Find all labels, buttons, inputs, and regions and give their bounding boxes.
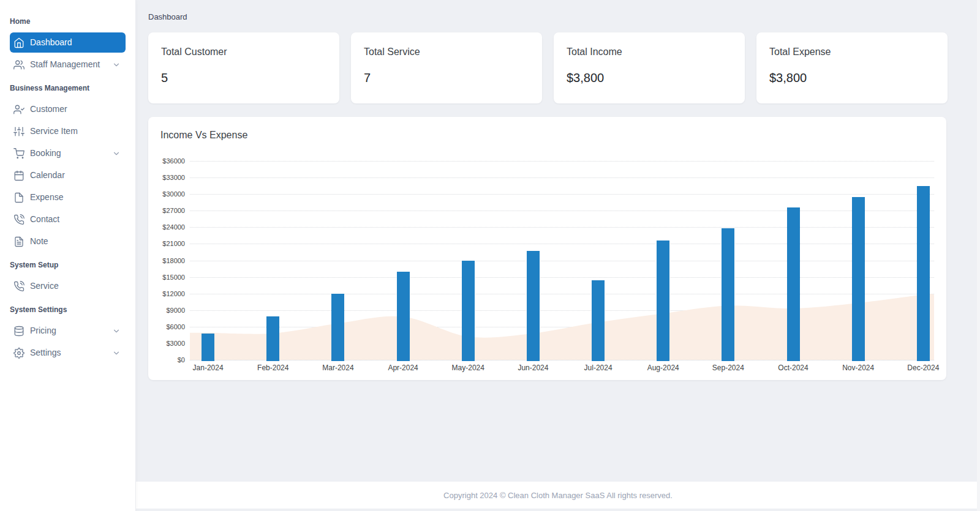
sidebar-section-header: Business Management [0,83,135,93]
sidebar-item-label: Note [30,236,48,247]
sidebar-item-service[interactable]: Service [10,276,126,296]
sidebar-item-label: Service [30,280,59,292]
sidebar-item-label: Settings [30,347,61,359]
phone-call-icon [13,214,24,225]
x-axis-tick-label: Apr-2024 [375,364,431,373]
database-icon [13,326,24,337]
sidebar-nav: HomeDashboardStaff ManagementBusiness Ma… [0,17,135,363]
income-bar-Apr-2024[interactable] [397,272,410,361]
x-axis-tick-label: Oct-2024 [766,364,821,373]
stat-label: Total Income [567,46,732,58]
income-bar-Aug-2024[interactable] [657,241,669,361]
breadcrumb: Dashboard [148,12,968,22]
phone-call-icon [13,281,24,292]
calendar-icon [13,170,24,181]
income-bar-Sep-2024[interactable] [722,228,734,361]
gear-icon [13,348,24,359]
sidebar-item-contact[interactable]: Contact [10,209,126,229]
stat-value: 7 [364,70,529,85]
stat-value: $3,800 [769,70,935,85]
chevron-down-icon [112,61,121,69]
chart-title: Income Vs Expense [160,129,934,141]
income-bar-Oct-2024[interactable] [787,207,800,361]
y-axis-tick-label: $6000 [160,323,185,331]
x-axis-tick-label: Nov-2024 [831,364,886,373]
content-area: Dashboard Total Customer 5 Total Service… [136,0,980,482]
sidebar-section-header: System Settings [0,305,135,315]
stat-label: Total Customer [161,46,326,58]
income-bar-Jan-2024[interactable] [202,334,214,361]
chevron-down-icon [112,149,121,158]
income-bar-Nov-2024[interactable] [852,197,865,361]
x-axis-tick-label: Jul-2024 [571,364,626,373]
sidebar-item-settings[interactable]: Settings [10,343,126,363]
stat-label: Total Service [364,46,529,58]
stat-card-total-customer: Total Customer 5 [148,32,339,103]
sidebar-item-calendar[interactable]: Calendar [10,165,126,185]
expense-area-series [190,161,934,360]
income-bar-Jul-2024[interactable] [592,280,605,361]
x-axis-tick-label: Jan-2024 [181,364,236,373]
sidebar-item-label: Dashboard [30,37,72,48]
income-bar-Jun-2024[interactable] [527,251,540,361]
y-axis-tick-label: $36000 [160,157,185,165]
sidebar: HomeDashboardStaff ManagementBusiness Ma… [0,0,136,511]
y-axis-tick-label: $3000 [160,339,185,348]
user-check-icon [13,104,24,115]
stat-card-total-income: Total Income $3,800 [554,32,745,103]
expense-area-path [190,294,934,360]
income-vs-expense-chart-card: Income Vs Expense $36000$33000$30000$270… [148,117,946,380]
sidebar-item-service-item[interactable]: Service Item [10,121,126,141]
sidebar-section-header: Home [0,17,135,26]
income-bar-Mar-2024[interactable] [331,294,344,361]
sidebar-section-header: System Setup [0,260,135,270]
stat-value: $3,800 [567,70,732,85]
sidebar-item-staff-management[interactable]: Staff Management [10,54,126,75]
y-axis-tick-label: $0 [160,356,185,364]
sidebar-item-label: Service Item [30,125,78,137]
file-text-icon [13,236,24,247]
sidebar-item-label: Calendar [30,170,65,181]
sidebar-item-label: Staff Management [30,59,100,70]
scrollbar[interactable] [977,0,980,511]
main-area: Dashboard Total Customer 5 Total Service… [136,0,980,511]
sidebar-item-label: Pricing [30,325,56,337]
sliders-icon [13,126,24,137]
y-axis-tick-label: $21000 [160,239,185,248]
sidebar-item-label: Expense [30,192,63,203]
sidebar-item-customer[interactable]: Customer [10,99,126,119]
stats-row: Total Customer 5 Total Service 7 Total I… [148,32,968,103]
y-axis-tick-label: $27000 [160,206,185,215]
sidebar-item-label: Customer [30,103,67,115]
stat-card-total-service: Total Service 7 [351,32,542,103]
sidebar-item-expense[interactable]: Expense [10,187,126,207]
sidebar-item-label: Contact [30,214,59,225]
sidebar-item-label: Booking [30,147,61,159]
y-axis-tick-label: $33000 [160,173,185,182]
y-axis-tick-label: $9000 [160,306,185,315]
sidebar-item-pricing[interactable]: Pricing [10,321,126,341]
y-axis-tick-label: $24000 [160,223,185,231]
chevron-down-icon [112,349,121,357]
app-window: HomeDashboardStaff ManagementBusiness Ma… [0,0,980,511]
income-bar-May-2024[interactable] [462,261,475,362]
x-axis-tick-label: Jun-2024 [505,364,560,373]
stat-label: Total Expense [769,46,935,58]
x-axis-tick-label: May-2024 [440,364,496,373]
x-axis-tick-label: Feb-2024 [246,364,301,373]
sidebar-item-dashboard[interactable]: Dashboard [10,32,126,53]
stat-value: 5 [161,70,326,85]
y-axis-tick-label: $15000 [160,273,185,282]
copyright-text: Copyright 2024 © Clean Cloth Manager Saa… [443,491,673,500]
sidebar-item-note[interactable]: Note [10,231,126,252]
shopping-cart-icon [13,148,24,159]
y-axis-tick-label: $12000 [160,289,185,298]
x-axis-tick-label: Sep-2024 [701,364,756,373]
chart-area: $36000$33000$30000$27000$24000$21000$180… [160,161,934,379]
income-bar-Feb-2024[interactable] [266,316,279,361]
users-icon [13,59,24,70]
income-bar-Dec-2024[interactable] [917,186,930,361]
footer: Copyright 2024 © Clean Cloth Manager Saa… [136,482,980,509]
x-axis-tick-label: Mar-2024 [311,364,366,373]
sidebar-item-booking[interactable]: Booking [10,143,126,163]
